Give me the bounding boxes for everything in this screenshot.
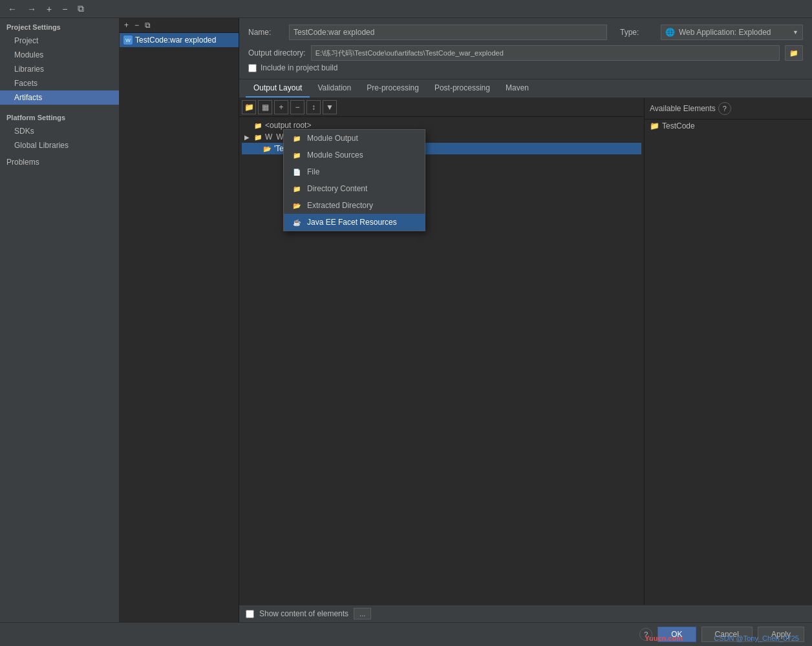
sidebar-item-facets[interactable]: Facets <box>0 76 119 90</box>
sidebar-item-libraries[interactable]: Libraries <box>0 62 119 76</box>
output-layout-area: 📁 ▦ + − ↕ ▼ 📁 <output root> ▶ 📁 <box>239 98 812 605</box>
sidebar-item-global-libraries[interactable]: Global Libraries <box>0 138 119 152</box>
available-panel: Available Elements ? 📁 TestCode <box>644 98 812 605</box>
tab-output-layout[interactable]: Output Layout <box>246 79 310 98</box>
content-panel: Name: Type: 🌐 Web Application: Exploded … <box>239 18 812 622</box>
tab-validation[interactable]: Validation <box>310 79 359 98</box>
dropdown-overlay: 📁 Module Output 📁 Module Sources 📄 File <box>239 98 644 605</box>
module-output-icon: 📁 <box>292 133 302 143</box>
name-input[interactable] <box>289 25 607 40</box>
layout-add-button[interactable]: + <box>274 100 288 114</box>
tab-post-processing[interactable]: Post-processing <box>427 79 498 98</box>
artifact-remove-button[interactable]: − <box>133 20 141 30</box>
copy-artifact-button[interactable]: ⧉ <box>75 2 87 16</box>
available-elements-label: Available Elements <box>650 104 716 113</box>
menu-label-java-ee-facet: Java EE Facet Resources <box>307 218 397 227</box>
watermark2: CSDN @Tony_Chen_0725 <box>714 634 799 642</box>
artifact-panel: + − ⧉ W TestCode:war exploded <box>120 18 239 622</box>
remove-artifact-button[interactable]: − <box>59 3 70 16</box>
sidebar-item-artifacts[interactable]: Artifacts <box>0 90 119 105</box>
layout-folder-button[interactable]: 📁 <box>242 100 256 114</box>
artifact-item-label: TestCode:war exploded <box>135 36 216 45</box>
layout-toolbar: 📁 ▦ + − ↕ ▼ <box>239 98 644 117</box>
available-elements-help[interactable]: ? <box>718 102 731 115</box>
menu-label-extracted-directory: Extracted Directory <box>307 201 373 210</box>
menu-label-module-sources: Module Sources <box>307 151 363 160</box>
type-value: Web Application: Exploded <box>679 28 771 37</box>
menu-item-directory-content[interactable]: 📁 Directory Content <box>284 180 425 197</box>
extracted-dir-icon: 📂 <box>292 200 302 211</box>
footer: ? OK Cancel Apply <box>0 622 812 646</box>
name-row: Name: Type: 🌐 Web Application: Exploded … <box>248 25 803 40</box>
menu-item-file[interactable]: 📄 File <box>284 163 425 180</box>
output-dir-row: Output directory: 📁 <box>248 45 803 61</box>
artifact-copy-button[interactable]: ⧉ <box>143 20 153 30</box>
sidebar: Project Settings Project Modules Librari… <box>0 18 120 622</box>
dropdown-menu: 📁 Module Output 📁 Module Sources 📄 File <box>283 129 425 231</box>
menu-item-module-sources[interactable]: 📁 Module Sources <box>284 147 425 163</box>
output-dir-label: Output directory: <box>248 48 306 57</box>
sidebar-item-project[interactable]: Project <box>0 34 119 48</box>
file-icon: 📄 <box>292 167 302 177</box>
type-icon: 🌐 <box>665 28 675 37</box>
artifact-panel-toolbar: + − ⧉ <box>120 18 239 33</box>
available-item-testcode[interactable]: 📁 TestCode <box>645 120 812 132</box>
menu-label-file: File <box>307 167 319 176</box>
layout-remove-button[interactable]: − <box>290 100 304 114</box>
sidebar-item-modules[interactable]: Modules <box>0 48 119 62</box>
watermark: Yuucn.com <box>645 634 683 642</box>
module-sources-icon: 📁 <box>292 150 302 160</box>
platform-settings-title: Platform Settings <box>0 109 119 124</box>
available-item-icon: 📁 <box>650 121 659 130</box>
dotdotdot-button[interactable]: ... <box>354 608 371 620</box>
add-artifact-button[interactable]: + <box>44 3 54 16</box>
include-in-build-row: Include in project build <box>248 63 803 72</box>
tree-label-output-root: <output root> <box>265 121 311 130</box>
layout-grid-button[interactable]: ▦ <box>258 100 272 114</box>
menu-item-extracted-directory[interactable]: 📂 Extracted Directory <box>284 197 425 214</box>
menu-label-module-output: Module Output <box>307 134 358 143</box>
artifact-icon: W <box>123 36 133 45</box>
layout-arrow-button[interactable]: ▼ <box>323 100 337 114</box>
menu-item-module-output[interactable]: 📁 Module Output <box>284 130 425 147</box>
layout-sort-button[interactable]: ↕ <box>306 100 321 114</box>
browse-button[interactable]: 📁 <box>785 45 803 61</box>
menu-item-java-ee-facet[interactable]: ☕ Java EE Facet Resources <box>284 214 425 231</box>
available-header: Available Elements ? <box>645 98 812 120</box>
type-label: Type: <box>620 28 656 37</box>
folder-icon-output-root: 📁 <box>253 121 262 130</box>
project-settings-title: Project Settings <box>0 18 119 34</box>
output-dir-input[interactable] <box>311 45 780 61</box>
folder-icon-webinf: 📁 <box>253 132 262 141</box>
tab-pre-processing[interactable]: Pre-processing <box>359 79 427 98</box>
tree-arrow-webinf: ▶ <box>244 134 251 141</box>
sidebar-item-problems[interactable]: Problems <box>0 155 119 169</box>
show-content-label: Show content of elements <box>259 609 348 618</box>
type-dropdown-arrow: ▼ <box>793 29 798 36</box>
sidebar-item-sdks[interactable]: SDKs <box>0 124 119 138</box>
artifact-add-button[interactable]: + <box>122 20 131 30</box>
forward-button[interactable]: → <box>25 3 39 16</box>
folder-icon-compile: 📂 <box>262 144 272 153</box>
type-select[interactable]: 🌐 Web Application: Exploded ▼ <box>661 25 803 40</box>
tree-label-webinf: W <box>265 132 272 141</box>
artifact-item-testcode[interactable]: W TestCode:war exploded <box>120 33 239 47</box>
available-item-label: TestCode <box>662 121 695 130</box>
main-layout: Project Settings Project Modules Librari… <box>0 18 812 622</box>
top-toolbar: ← → + − ⧉ <box>0 0 812 18</box>
bottom-bar: Show content of elements ... <box>239 605 812 622</box>
tab-maven[interactable]: Maven <box>498 79 537 98</box>
layout-tree-panel: 📁 ▦ + − ↕ ▼ 📁 <output root> ▶ 📁 <box>239 98 644 605</box>
name-label: Name: <box>248 28 284 37</box>
show-content-checkbox[interactable] <box>246 610 254 618</box>
dir-content-icon: 📁 <box>292 183 302 194</box>
form-area: Name: Type: 🌐 Web Application: Exploded … <box>239 18 812 79</box>
tabs-bar: Output Layout Validation Pre-processing … <box>239 79 812 98</box>
menu-label-directory-content: Directory Content <box>307 184 367 193</box>
java-ee-icon: ☕ <box>292 217 302 227</box>
back-button[interactable]: ← <box>5 3 19 16</box>
include-in-build-label: Include in project build <box>261 63 337 72</box>
include-in-build-checkbox[interactable] <box>248 64 257 72</box>
